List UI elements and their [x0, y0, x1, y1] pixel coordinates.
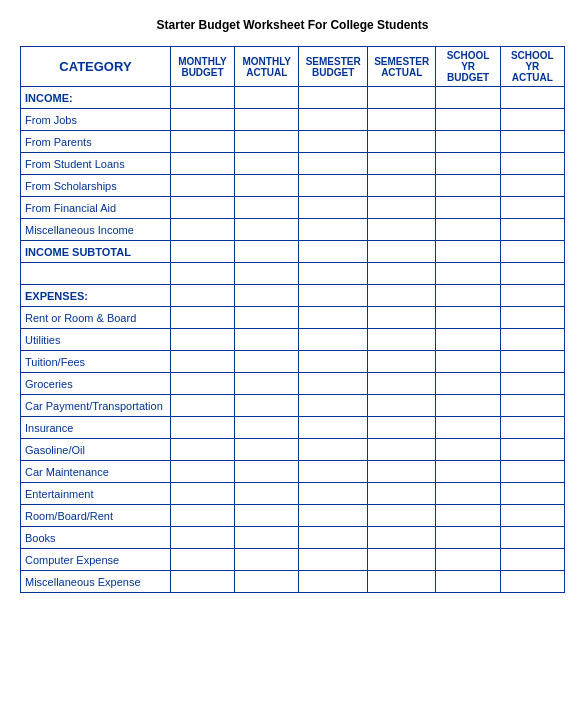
- value-cell: [299, 373, 368, 395]
- table-row: Tuition/Fees: [21, 351, 565, 373]
- row-label: [21, 263, 171, 285]
- value-cell: [299, 483, 368, 505]
- value-cell: [436, 395, 500, 417]
- value-cell: [235, 197, 299, 219]
- value-cell: [500, 153, 564, 175]
- value-cell: [299, 219, 368, 241]
- row-label: Entertainment: [21, 483, 171, 505]
- row-label: INCOME:: [21, 87, 171, 109]
- value-cell: [367, 131, 436, 153]
- value-cell: [170, 461, 234, 483]
- value-cell: [500, 395, 564, 417]
- value-cell: [500, 527, 564, 549]
- value-cell: [170, 285, 234, 307]
- value-cell: [170, 307, 234, 329]
- value-cell: [367, 307, 436, 329]
- value-cell: [299, 571, 368, 593]
- row-label: Tuition/Fees: [21, 351, 171, 373]
- value-cell: [436, 461, 500, 483]
- value-cell: [299, 527, 368, 549]
- value-cell: [436, 483, 500, 505]
- value-cell: [299, 417, 368, 439]
- table-row: INCOME SUBTOTAL: [21, 241, 565, 263]
- row-label: EXPENSES:: [21, 285, 171, 307]
- table-row: Rent or Room & Board: [21, 307, 565, 329]
- value-cell: [170, 483, 234, 505]
- table-row: Insurance: [21, 417, 565, 439]
- value-cell: [235, 351, 299, 373]
- value-cell: [500, 241, 564, 263]
- value-cell: [500, 439, 564, 461]
- value-cell: [170, 417, 234, 439]
- row-label: From Parents: [21, 131, 171, 153]
- row-label: Miscellaneous Expense: [21, 571, 171, 593]
- value-cell: [235, 571, 299, 593]
- value-cell: [436, 109, 500, 131]
- value-cell: [299, 307, 368, 329]
- value-cell: [500, 461, 564, 483]
- row-label: INCOME SUBTOTAL: [21, 241, 171, 263]
- value-cell: [436, 351, 500, 373]
- header-monthly-budget: MONTHLY BUDGET: [170, 47, 234, 87]
- value-cell: [235, 109, 299, 131]
- value-cell: [367, 549, 436, 571]
- value-cell: [500, 549, 564, 571]
- row-label: Miscellaneous Income: [21, 219, 171, 241]
- row-label: Room/Board/Rent: [21, 505, 171, 527]
- value-cell: [436, 285, 500, 307]
- value-cell: [235, 439, 299, 461]
- value-cell: [367, 527, 436, 549]
- value-cell: [500, 505, 564, 527]
- value-cell: [367, 87, 436, 109]
- table-row: From Financial Aid: [21, 197, 565, 219]
- value-cell: [500, 307, 564, 329]
- value-cell: [235, 87, 299, 109]
- value-cell: [299, 153, 368, 175]
- value-cell: [500, 109, 564, 131]
- value-cell: [436, 175, 500, 197]
- table-row: INCOME:: [21, 87, 565, 109]
- row-label: Gasoline/Oil: [21, 439, 171, 461]
- value-cell: [235, 219, 299, 241]
- value-cell: [299, 439, 368, 461]
- row-label: From Jobs: [21, 109, 171, 131]
- budget-table: CATEGORY MONTHLY BUDGET MONTHLY ACTUAL S…: [20, 46, 565, 593]
- value-cell: [500, 329, 564, 351]
- value-cell: [170, 219, 234, 241]
- value-cell: [500, 373, 564, 395]
- page-title: Starter Budget Worksheet For College Stu…: [20, 18, 565, 32]
- value-cell: [436, 263, 500, 285]
- value-cell: [500, 417, 564, 439]
- value-cell: [367, 417, 436, 439]
- value-cell: [500, 87, 564, 109]
- value-cell: [367, 219, 436, 241]
- value-cell: [235, 395, 299, 417]
- value-cell: [170, 87, 234, 109]
- table-row: Books: [21, 527, 565, 549]
- value-cell: [367, 329, 436, 351]
- value-cell: [235, 285, 299, 307]
- value-cell: [299, 131, 368, 153]
- value-cell: [500, 483, 564, 505]
- value-cell: [436, 417, 500, 439]
- table-row: From Parents: [21, 131, 565, 153]
- value-cell: [170, 549, 234, 571]
- table-row: [21, 263, 565, 285]
- value-cell: [436, 439, 500, 461]
- value-cell: [436, 197, 500, 219]
- value-cell: [170, 241, 234, 263]
- value-cell: [235, 241, 299, 263]
- row-label: From Student Loans: [21, 153, 171, 175]
- value-cell: [235, 329, 299, 351]
- value-cell: [170, 571, 234, 593]
- value-cell: [367, 109, 436, 131]
- value-cell: [436, 153, 500, 175]
- value-cell: [299, 329, 368, 351]
- table-row: Car Payment/Transportation: [21, 395, 565, 417]
- value-cell: [170, 175, 234, 197]
- value-cell: [170, 373, 234, 395]
- value-cell: [170, 439, 234, 461]
- row-label: Car Maintenance: [21, 461, 171, 483]
- value-cell: [235, 131, 299, 153]
- value-cell: [170, 527, 234, 549]
